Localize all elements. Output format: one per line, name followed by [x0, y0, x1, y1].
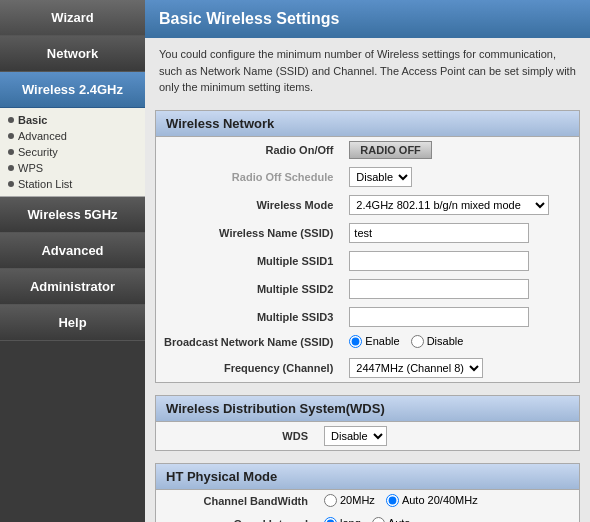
sidebar-item-wps[interactable]: WPS	[0, 160, 145, 176]
row-frequency-channel: Frequency (Channel) 2447MHz (Channel 8)	[156, 354, 579, 382]
row-wds: WDS Disable	[156, 422, 579, 450]
ctrl-radio-on-off: RADIO OFF	[341, 137, 579, 163]
main-content: Basic Wireless Settings You could config…	[145, 0, 590, 522]
ctrl-guard-interval: long Auto	[316, 513, 579, 523]
sidebar: Wizard Network Wireless 2.4GHz Basic Adv…	[0, 0, 145, 522]
radio-bw-auto-label[interactable]: Auto 20/40MHz	[386, 494, 478, 507]
ctrl-multiple-ssid2	[341, 275, 579, 303]
ctrl-frequency-channel: 2447MHz (Channel 8)	[341, 354, 579, 382]
row-channel-bandwidth: Channel BandWidth 20MHz Auto 20/40MHz	[156, 490, 579, 513]
wireless-network-section: Wireless Network Radio On/Off RADIO OFF …	[155, 110, 580, 383]
sidebar-section-wireless24[interactable]: Wireless 2.4GHz	[0, 72, 145, 108]
radio-broadcast-enable-label[interactable]: Enable	[349, 335, 399, 348]
input-multiple-ssid1[interactable]	[349, 251, 529, 271]
label-multiple-ssid2: Multiple SSID2	[156, 275, 341, 303]
input-wireless-name[interactable]	[349, 223, 529, 243]
sidebar-btn-network[interactable]: Network	[0, 36, 145, 72]
radio-broadcast-disable-label[interactable]: Disable	[411, 335, 464, 348]
row-guard-interval: Guard Interval long Auto	[156, 513, 579, 523]
radio-bw-auto[interactable]	[386, 494, 399, 507]
row-radio-on-off: Radio On/Off RADIO OFF	[156, 137, 579, 163]
select-wireless-mode[interactable]: 2.4GHz 802.11 b/g/n mixed mode	[349, 195, 549, 215]
select-frequency-channel[interactable]: 2447MHz (Channel 8)	[349, 358, 483, 378]
label-multiple-ssid1: Multiple SSID1	[156, 247, 341, 275]
wds-section: Wireless Distribution System(WDS) WDS Di…	[155, 395, 580, 451]
ctrl-wireless-mode: 2.4GHz 802.11 b/g/n mixed mode	[341, 191, 579, 219]
radio-broadcast-disable[interactable]	[411, 335, 424, 348]
row-wireless-mode: Wireless Mode 2.4GHz 802.11 b/g/n mixed …	[156, 191, 579, 219]
label-guard-interval: Guard Interval	[156, 513, 316, 523]
label-frequency-channel: Frequency (Channel)	[156, 354, 341, 382]
label-multiple-ssid3: Multiple SSID3	[156, 303, 341, 331]
radio-guard-long-label[interactable]: long	[324, 517, 361, 523]
page-description: You could configure the minimum number o…	[145, 38, 590, 104]
radio-off-button[interactable]: RADIO OFF	[349, 141, 432, 159]
row-broadcast-network-name: Broadcast Network Name (SSID) Enable Dis…	[156, 331, 579, 354]
label-radio-on-off: Radio On/Off	[156, 137, 341, 163]
row-multiple-ssid1: Multiple SSID1	[156, 247, 579, 275]
radio-guard-long[interactable]	[324, 517, 337, 523]
ctrl-wds: Disable	[316, 422, 579, 450]
row-multiple-ssid2: Multiple SSID2	[156, 275, 579, 303]
radio-broadcast-enable[interactable]	[349, 335, 362, 348]
label-radio-off-schedule: Radio Off Schedule	[156, 163, 341, 191]
label-channel-bandwidth: Channel BandWidth	[156, 490, 316, 513]
sidebar-item-security[interactable]: Security	[0, 144, 145, 160]
sidebar-item-basic[interactable]: Basic	[0, 112, 145, 128]
radio-bw-20[interactable]	[324, 494, 337, 507]
radio-guard-auto-label[interactable]: Auto	[372, 517, 411, 523]
label-broadcast-network-name: Broadcast Network Name (SSID)	[156, 331, 341, 354]
select-radio-off-schedule[interactable]: Disable	[349, 167, 412, 187]
row-multiple-ssid3: Multiple SSID3	[156, 303, 579, 331]
ctrl-wireless-name	[341, 219, 579, 247]
sidebar-sub-wireless24: Basic Advanced Security WPS Station List	[0, 108, 145, 197]
select-wds[interactable]: Disable	[324, 426, 387, 446]
ctrl-multiple-ssid1	[341, 247, 579, 275]
row-wireless-name: Wireless Name (SSID)	[156, 219, 579, 247]
radio-bw-20-label[interactable]: 20MHz	[324, 494, 375, 507]
page-title: Basic Wireless Settings	[145, 0, 590, 38]
ctrl-multiple-ssid3	[341, 303, 579, 331]
sidebar-item-advanced[interactable]: Advanced	[0, 128, 145, 144]
sidebar-btn-wizard[interactable]: Wizard	[0, 0, 145, 36]
label-wireless-name: Wireless Name (SSID)	[156, 219, 341, 247]
wds-table: WDS Disable	[156, 422, 579, 450]
wireless-network-table: Radio On/Off RADIO OFF Radio Off Schedul…	[156, 137, 579, 382]
sidebar-btn-wireless5[interactable]: Wireless 5GHz	[0, 197, 145, 233]
sidebar-btn-help[interactable]: Help	[0, 305, 145, 341]
label-wds: WDS	[156, 422, 316, 450]
input-multiple-ssid2[interactable]	[349, 279, 529, 299]
ht-physical-section: HT Physical Mode Channel BandWidth 20MHz…	[155, 463, 580, 523]
ht-physical-table: Channel BandWidth 20MHz Auto 20/40MHz Gu…	[156, 490, 579, 523]
sidebar-btn-advanced[interactable]: Advanced	[0, 233, 145, 269]
row-radio-off-schedule: Radio Off Schedule Disable	[156, 163, 579, 191]
ctrl-broadcast-network-name: Enable Disable	[341, 331, 579, 354]
sidebar-btn-administrator[interactable]: Administrator	[0, 269, 145, 305]
wds-header: Wireless Distribution System(WDS)	[156, 396, 579, 422]
label-wireless-mode: Wireless Mode	[156, 191, 341, 219]
sidebar-item-station-list[interactable]: Station List	[0, 176, 145, 192]
ctrl-radio-off-schedule: Disable	[341, 163, 579, 191]
input-multiple-ssid3[interactable]	[349, 307, 529, 327]
radio-guard-auto[interactable]	[372, 517, 385, 523]
ctrl-channel-bandwidth: 20MHz Auto 20/40MHz	[316, 490, 579, 513]
ht-physical-header: HT Physical Mode	[156, 464, 579, 490]
wireless-network-header: Wireless Network	[156, 111, 579, 137]
